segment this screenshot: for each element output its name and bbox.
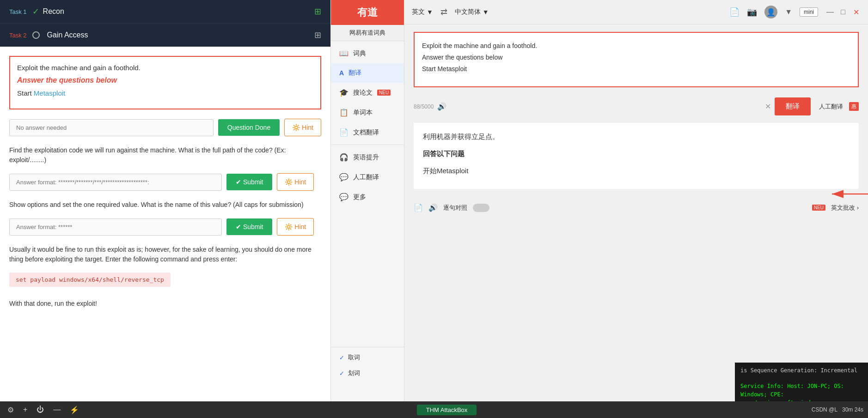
sidebar-item-english[interactable]: 🎧 英语提升 <box>331 147 404 167</box>
code-command: set payload windows/x64/shell/reverse_tc… <box>9 273 171 287</box>
header-icons: 📄 📷 👤 ▼ mini — □ ✕ <box>729 6 861 18</box>
header-left: 英文 ▼ ⇄ 中文简体 ▼ <box>412 7 489 17</box>
result-line3: 开始Metasploit <box>423 164 850 177</box>
extract-checkbox[interactable]: ✓ <box>339 354 344 361</box>
q2-input[interactable] <box>9 174 222 191</box>
question4-row: Usually it would be fine to run this exp… <box>9 245 321 291</box>
terminal-line1: is Sequence Generation: Incremental <box>735 363 868 378</box>
question1-row: Question Done 🔆 Hint <box>9 119 321 136</box>
sidebar-menu: 📖 词典 A 翻译 🎓 搜论文 NEU 📋 单词本 📄 文档翻译 🎧 英语提升 … <box>331 41 404 209</box>
translate-button[interactable]: 翻译 <box>775 97 811 115</box>
right-header: 英文 ▼ ⇄ 中文简体 ▼ 📄 📷 👤 ▼ mini — □ ✕ <box>404 0 868 24</box>
lang-dropdown-icon: ▼ <box>427 8 433 16</box>
question2-row: Find the exploitation code we will run a… <box>9 145 321 165</box>
taskbar-time: 30m 24s <box>842 406 863 413</box>
target-lang-label: 中文简体 <box>455 8 481 16</box>
source-text-box[interactable]: Exploit the machine and gain a foothold.… <box>414 32 859 87</box>
result-area: 利用机器并获得立足点。 回答以下问题 开始Metasploit <box>414 123 859 189</box>
camera-icon[interactable]: 📷 <box>747 7 757 17</box>
more-icon: 💬 <box>339 193 348 201</box>
task2-label: Task 2 <box>9 32 27 39</box>
question3-row: Show options and set the one required va… <box>9 200 321 210</box>
right-panel: 英文 ▼ ⇄ 中文简体 ▼ 📄 📷 👤 ▼ mini — □ ✕ Expl <box>404 0 868 418</box>
new-badge-bottom: NEU <box>812 205 825 211</box>
sidebar-item-paper[interactable]: 🎓 搜论文 NEU <box>331 83 404 103</box>
task-desc-line3: Start Metasploit <box>17 89 313 97</box>
taskbar-add-icon[interactable]: + <box>20 404 30 416</box>
task1-header[interactable]: Task 1 ✓ Recon ⊞ <box>0 0 330 23</box>
sidebar-item-wordbook[interactable]: 📋 单词本 <box>331 103 404 122</box>
task2-circle-icon <box>32 31 40 39</box>
window-close-button[interactable]: ✕ <box>851 8 861 17</box>
task2-header[interactable]: Task 2 Gain Access ⊞ <box>0 23 330 47</box>
result-line2: 回答以下问题 <box>423 147 850 160</box>
window-minimize-button[interactable]: — <box>825 8 835 16</box>
question-done-button[interactable]: Question Done <box>218 119 280 136</box>
manual-translate-label: 人工翻译 <box>819 103 843 111</box>
left-panel: Task 1 ✓ Recon ⊞ Task 2 Gain Access ⊞ Ex… <box>0 0 330 418</box>
taskbar-minus-icon[interactable]: — <box>50 404 63 416</box>
char-count: 88/5000 <box>414 103 434 110</box>
sidebar-english-label: 英语提升 <box>353 153 379 162</box>
swap-lang-icon[interactable]: ⇄ <box>440 7 447 17</box>
sidebar-divider-1 <box>331 145 404 145</box>
target-dropdown-icon: ▼ <box>483 8 489 16</box>
copy-icon[interactable]: 📄 <box>729 7 740 17</box>
sentence-compare-label: 逐句对照 <box>443 204 467 212</box>
q3-submit-button[interactable]: ✔ Submit <box>226 218 272 235</box>
extract-label: 取词 <box>348 353 360 362</box>
taskbar-left: ⚙ + ⏻ — ⚡ <box>5 404 82 416</box>
q2-submit-button[interactable]: ✔ Submit <box>226 174 272 190</box>
volume-icon[interactable]: 🔊 <box>437 102 446 111</box>
sidebar-item-dict[interactable]: 📖 词典 <box>331 43 404 63</box>
mini-button[interactable]: mini <box>800 7 818 17</box>
user-dropdown-icon: ▼ <box>785 8 792 16</box>
window-controls: — □ ✕ <box>825 8 861 17</box>
sidebar-doc-translate-label: 文档翻译 <box>353 128 379 137</box>
paper-new-badge: NEU <box>377 90 391 96</box>
doc-translate-icon: 📄 <box>339 128 348 137</box>
taskbar-info-icon[interactable]: ⚡ <box>67 404 82 416</box>
sidebar-wordbook-label: 单词本 <box>353 109 373 117</box>
window-maximize-button[interactable]: □ <box>838 8 848 16</box>
q3-hint-button[interactable]: 🔆 Hint <box>277 218 314 236</box>
q4-text: Usually it would be fine to run this exp… <box>9 245 321 264</box>
sidebar-item-doc-translate[interactable]: 📄 文档翻译 <box>331 122 404 142</box>
taskbar-attackbox-label: THM AttackBox <box>417 405 477 415</box>
metasploit-link[interactable]: Metasploit <box>34 89 65 97</box>
taskbar-settings-icon[interactable]: ⚙ <box>5 404 17 416</box>
dict-icon: 📖 <box>339 49 348 58</box>
taskbar-csdn-label: CSDN @L <box>812 406 837 413</box>
clear-button[interactable]: ✕ <box>765 102 771 111</box>
q3-input[interactable] <box>9 218 222 236</box>
task-description-box: Exploit the machine and gain a foothold.… <box>9 56 321 109</box>
sidebar-item-translate[interactable]: A 翻译 <box>331 63 404 83</box>
taskbar-power-icon[interactable]: ⏻ <box>34 404 47 416</box>
arrow-overlay <box>809 176 868 291</box>
source-line1: Exploit the machine and gain a foothold. <box>422 40 850 52</box>
target-lang-select[interactable]: 中文简体 ▼ <box>455 8 489 16</box>
sidebar-check-extract[interactable]: ✓ 取词 <box>331 350 404 365</box>
sidebar-manual-label: 人工翻译 <box>353 173 379 182</box>
source-lang-select[interactable]: 英文 ▼ <box>412 8 433 16</box>
q1-hint-button[interactable]: 🔆 Hint <box>284 119 321 136</box>
question2-answer-row: ✔ Submit 🔆 Hint <box>9 173 321 191</box>
question3-answer-row: ✔ Submit 🔆 Hint <box>9 218 321 236</box>
q4-extra: With that done, run the exploit! <box>9 299 321 309</box>
task-desc-line2: Answer the questions below <box>17 76 313 85</box>
select-checkbox[interactable]: ✓ <box>339 370 344 377</box>
task2-expand-icon: ⊞ <box>314 30 321 40</box>
user-avatar[interactable]: 👤 <box>764 6 777 18</box>
sidebar-item-manual[interactable]: 💬 人工翻译 <box>331 167 404 187</box>
batch-edit-label[interactable]: 英文批改 › <box>831 204 859 212</box>
q2-text: Find the exploitation code we will run a… <box>9 145 321 165</box>
task1-label: Task 1 <box>9 8 27 15</box>
sidebar-check-select[interactable]: ✓ 划词 <box>331 365 404 381</box>
select-label: 划词 <box>348 369 360 377</box>
q2-hint-button[interactable]: 🔆 Hint <box>277 173 314 191</box>
toggle-switch[interactable] <box>473 204 489 212</box>
sidebar-item-more[interactable]: 💬 更多 <box>331 187 404 207</box>
q1-input[interactable] <box>9 119 214 136</box>
volume2-icon[interactable]: 🔊 <box>428 203 438 212</box>
youdao-logo: 有道 <box>331 0 404 25</box>
